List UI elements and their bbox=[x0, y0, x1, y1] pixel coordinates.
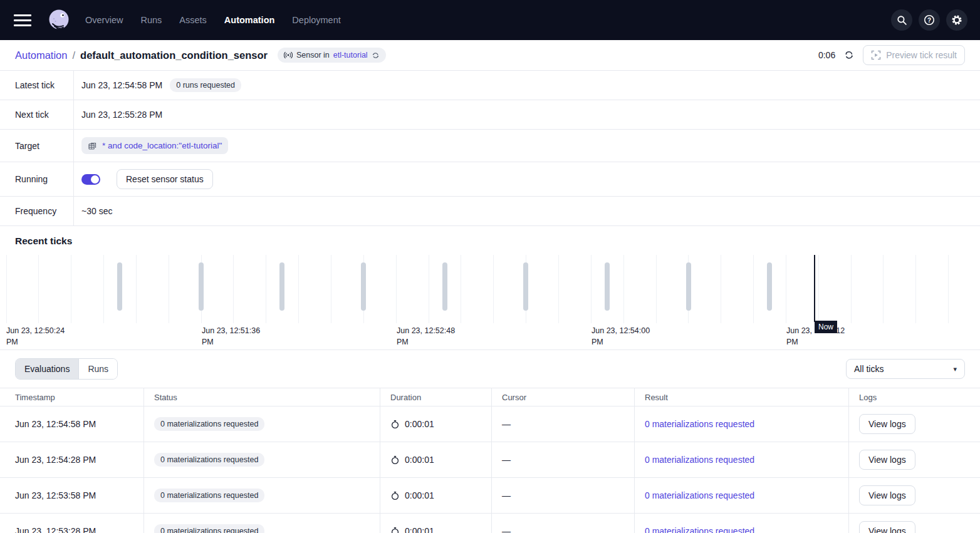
tick-timestamp: Jun 23, 12:53:58 PM bbox=[15, 490, 96, 500]
settings-gear-icon[interactable] bbox=[946, 9, 967, 31]
running-toggle[interactable] bbox=[81, 174, 100, 185]
timeline-gridline bbox=[266, 255, 266, 323]
table-body: Jun 23, 12:54:58 PM 0 materializations r… bbox=[0, 406, 980, 533]
now-marker-label: Now bbox=[815, 321, 837, 333]
tick-timestamp: Jun 23, 12:53:28 PM bbox=[15, 526, 96, 533]
page-title: default_automation_condition_sensor bbox=[80, 49, 268, 61]
tick-timestamp: Jun 23, 12:54:58 PM bbox=[15, 419, 96, 429]
tick-bar[interactable] bbox=[686, 262, 691, 311]
column-header-logs: Logs bbox=[849, 388, 980, 406]
tick-status-badge: 0 materializations requested bbox=[154, 417, 264, 431]
runs-requested-badge: 0 runs requested bbox=[170, 78, 241, 92]
tick-bar[interactable] bbox=[442, 262, 447, 311]
column-header-timestamp: Timestamp bbox=[0, 388, 144, 406]
tick-bar[interactable] bbox=[361, 262, 366, 311]
target-row: Target * and code_location:"etl-tutorial… bbox=[0, 130, 980, 162]
nav-item-assets[interactable]: Assets bbox=[179, 15, 207, 25]
timeline-axis-label: Jun 23, 12:51:36 PM bbox=[202, 325, 269, 348]
sensor-icon bbox=[284, 51, 293, 60]
column-header-result: Result bbox=[635, 388, 849, 406]
table-row: Jun 23, 12:53:28 PM 0 materializations r… bbox=[0, 514, 980, 533]
tick-bar[interactable] bbox=[279, 262, 284, 311]
tabs-row: Evaluations Runs All ticks ▾ bbox=[0, 350, 980, 388]
timeline-gridline bbox=[948, 255, 949, 323]
view-logs-button[interactable]: View logs bbox=[859, 521, 915, 533]
column-header-cursor: Cursor bbox=[492, 388, 635, 406]
timeline-gridline bbox=[396, 255, 397, 323]
tick-bar[interactable] bbox=[199, 262, 204, 311]
chevron-down-icon: ▾ bbox=[953, 365, 957, 373]
page-header: Automation / default_automation_conditio… bbox=[0, 40, 980, 71]
timeline-gridline bbox=[753, 255, 754, 323]
tick-status-badge: 0 materializations requested bbox=[154, 453, 264, 467]
stopwatch-icon bbox=[390, 491, 400, 500]
nav-item-overview[interactable]: Overview bbox=[85, 15, 123, 25]
timeline-gridline bbox=[169, 255, 169, 323]
recent-ticks-heading: Recent ticks bbox=[0, 226, 980, 255]
timeline-gridline bbox=[915, 255, 916, 323]
timeline-gridline bbox=[851, 255, 852, 323]
view-segmented-control: Evaluations Runs bbox=[15, 358, 118, 380]
stopwatch-icon bbox=[390, 420, 400, 429]
nav-actions: ? bbox=[891, 9, 967, 31]
view-logs-button[interactable]: View logs bbox=[859, 414, 915, 434]
tick-filter-select[interactable]: All ticks ▾ bbox=[846, 359, 965, 379]
sensor-location-badge: Sensor in etl-tutorial bbox=[278, 48, 386, 63]
running-label: Running bbox=[0, 162, 74, 196]
stopwatch-icon bbox=[390, 455, 400, 465]
timeline-gridline bbox=[591, 255, 592, 323]
timeline-axis-label: Jun 23, 12:50:24 PM bbox=[6, 325, 74, 348]
menu-icon[interactable] bbox=[14, 14, 31, 26]
tick-cursor: — bbox=[502, 490, 511, 500]
timeline-gridline bbox=[38, 255, 39, 323]
asset-selection-chip[interactable]: * and code_location:"etl-tutorial" bbox=[81, 137, 228, 154]
tick-duration: 0:00:01 bbox=[405, 455, 434, 465]
tab-runs[interactable]: Runs bbox=[78, 359, 117, 379]
tick-duration: 0:00:01 bbox=[405, 490, 434, 500]
table-row: Jun 23, 12:54:58 PM 0 materializations r… bbox=[0, 406, 980, 442]
now-marker-line bbox=[814, 255, 815, 322]
tab-evaluations[interactable]: Evaluations bbox=[16, 359, 78, 379]
tick-result-link[interactable]: 0 materializations requested bbox=[645, 419, 754, 429]
tick-result-link[interactable]: 0 materializations requested bbox=[645, 455, 754, 465]
reset-sensor-status-button[interactable]: Reset sensor status bbox=[117, 169, 213, 189]
tick-result-link[interactable]: 0 materializations requested bbox=[645, 490, 754, 500]
view-logs-button[interactable]: View logs bbox=[859, 485, 915, 505]
refresh-icon[interactable] bbox=[844, 50, 854, 60]
next-tick-label: Next tick bbox=[0, 100, 74, 129]
view-logs-button[interactable]: View logs bbox=[859, 450, 915, 470]
frequency-label: Frequency bbox=[0, 197, 74, 225]
timeline-axis-label: Jun 23, 12:54:00 PM bbox=[592, 325, 659, 348]
header-actions: 0:06 Preview tick result bbox=[818, 45, 965, 65]
search-icon[interactable] bbox=[891, 9, 912, 31]
nav-item-deployment[interactable]: Deployment bbox=[292, 15, 340, 25]
sensor-badge-label: Sensor in bbox=[296, 51, 330, 60]
running-row: Running Reset sensor status bbox=[0, 162, 980, 197]
nav-item-runs[interactable]: Runs bbox=[140, 15, 162, 25]
latest-tick-label: Latest tick bbox=[0, 71, 74, 100]
breadcrumb-automation-link[interactable]: Automation bbox=[15, 49, 67, 61]
timeline-gridline bbox=[558, 255, 559, 323]
timeline-gridline bbox=[656, 255, 657, 323]
timeline-axis-label: Jun 23, 12:52:48 PM bbox=[397, 325, 464, 348]
tick-filter-value: All ticks bbox=[854, 364, 884, 374]
code-location-link[interactable]: etl-tutorial bbox=[333, 51, 368, 60]
tick-cursor: — bbox=[502, 526, 511, 533]
tick-bar[interactable] bbox=[767, 262, 772, 311]
sync-icon[interactable] bbox=[372, 51, 380, 60]
svg-text:?: ? bbox=[927, 17, 931, 24]
help-icon[interactable]: ? bbox=[919, 9, 940, 31]
nav-item-automation[interactable]: Automation bbox=[224, 15, 275, 25]
recent-ticks-timeline[interactable]: Jun 23, 12:50:24 PMJun 23, 12:51:36 PMJu… bbox=[0, 255, 980, 350]
tick-result-link[interactable]: 0 materializations requested bbox=[645, 526, 754, 533]
tick-bar[interactable] bbox=[605, 262, 610, 311]
tick-bar[interactable] bbox=[523, 262, 528, 311]
nav-items: OverviewRunsAssetsAutomationDeployment bbox=[85, 15, 341, 25]
dagster-logo-icon[interactable] bbox=[46, 8, 71, 33]
timeline-gridline bbox=[71, 255, 71, 323]
asset-selection-text: * and code_location:"etl-tutorial" bbox=[102, 141, 222, 150]
timeline-gridline bbox=[883, 255, 884, 323]
tick-bar[interactable] bbox=[117, 262, 122, 311]
preview-tick-result-button[interactable]: Preview tick result bbox=[863, 45, 965, 65]
timeline-gridline bbox=[6, 255, 7, 323]
